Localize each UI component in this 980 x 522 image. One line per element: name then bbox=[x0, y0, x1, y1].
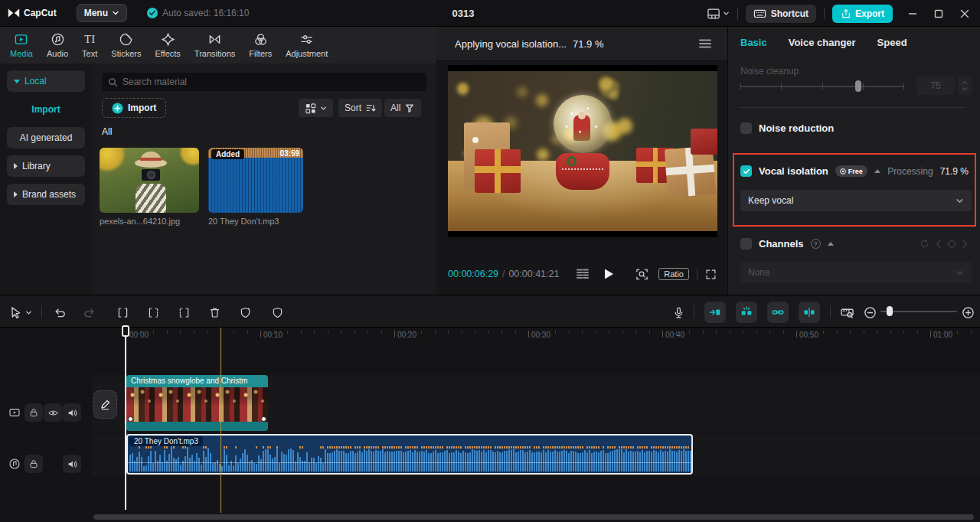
minimize-button[interactable] bbox=[908, 9, 917, 18]
split-keep-right-icon[interactable] bbox=[175, 303, 193, 321]
vocal-isolation-checkbox[interactable] bbox=[740, 165, 752, 177]
search-box[interactable] bbox=[102, 73, 426, 91]
close-button[interactable] bbox=[960, 9, 969, 18]
help-icon: ? bbox=[811, 239, 821, 249]
media-item-photo[interactable] bbox=[100, 148, 199, 213]
tab-filters[interactable]: Filters bbox=[242, 29, 279, 61]
noise-cleanup-slider-handle[interactable] bbox=[855, 80, 861, 92]
cover-edit-button[interactable] bbox=[93, 390, 117, 419]
keyframe-prev-icon[interactable] bbox=[935, 240, 942, 248]
keyframe-next-icon[interactable] bbox=[962, 240, 969, 248]
view-mode-dropdown[interactable] bbox=[299, 99, 333, 117]
shortcut-button[interactable]: Shortcut bbox=[746, 5, 816, 23]
video-visibility-icon[interactable] bbox=[44, 403, 62, 422]
undo-icon[interactable] bbox=[51, 303, 69, 321]
sunflower-decor bbox=[179, 148, 199, 166]
tab-speed[interactable]: Speed bbox=[877, 37, 907, 48]
sidebar-item-import[interactable]: Import bbox=[7, 99, 85, 120]
keyframe-add-icon[interactable] bbox=[947, 240, 956, 249]
auto-cut-icon[interactable] bbox=[736, 302, 757, 323]
zoom-out-icon[interactable] bbox=[861, 303, 879, 321]
select-tool-chevron[interactable] bbox=[23, 303, 34, 321]
chevron-down-icon bbox=[320, 105, 327, 112]
tab-basic[interactable]: Basic bbox=[740, 37, 767, 48]
tab-media[interactable]: Media bbox=[3, 29, 40, 61]
video-mute-icon[interactable] bbox=[63, 403, 81, 422]
sidebar-item-brand-assets[interactable]: Brand assets bbox=[7, 184, 85, 205]
project-title: 0313 bbox=[429, 8, 498, 19]
fullscreen-icon[interactable] bbox=[705, 269, 717, 280]
video-lock-icon[interactable] bbox=[24, 403, 43, 422]
channels-checkbox[interactable] bbox=[740, 238, 752, 250]
redo-icon[interactable] bbox=[80, 303, 98, 321]
collapse-icon[interactable] bbox=[828, 242, 834, 246]
preview-axis-icon[interactable] bbox=[838, 303, 856, 321]
tab-voice-changer[interactable]: Voice changer bbox=[789, 37, 856, 48]
sort-button[interactable]: Sort bbox=[338, 99, 382, 117]
sidebar-item-local[interactable]: Local bbox=[7, 70, 85, 92]
maximize-button[interactable] bbox=[934, 9, 943, 18]
clip-handle-right[interactable] bbox=[261, 416, 266, 422]
divider bbox=[41, 305, 42, 318]
noise-cleanup-stepper[interactable] bbox=[958, 77, 972, 95]
play-button[interactable] bbox=[603, 268, 615, 280]
select-tool-icon[interactable] bbox=[6, 303, 24, 321]
media-panel: Media Audio TI Text Stickers Effects Tra… bbox=[0, 27, 436, 295]
tab-transitions[interactable]: Transitions bbox=[188, 29, 242, 61]
tab-audio[interactable]: Audio bbox=[40, 29, 75, 61]
tab-text[interactable]: TI Text bbox=[75, 29, 104, 61]
shield-ai-icon[interactable] bbox=[236, 303, 254, 321]
media-item-label: pexels-an...64210.jpg bbox=[100, 217, 199, 226]
player-menu-icon[interactable] bbox=[698, 38, 712, 49]
tab-effects[interactable]: Effects bbox=[148, 29, 187, 61]
filter-all-button[interactable]: All bbox=[384, 99, 421, 117]
capcut-logo-icon bbox=[8, 8, 20, 18]
link-icon[interactable] bbox=[767, 302, 789, 323]
pages-icon[interactable] bbox=[576, 268, 590, 280]
chevron-down-icon bbox=[956, 197, 964, 205]
audio-waveform bbox=[129, 446, 690, 471]
channels-dropdown[interactable]: None bbox=[740, 262, 972, 283]
export-button[interactable]: Export bbox=[832, 5, 893, 23]
vocal-isolation-dropdown[interactable]: Keep vocal bbox=[740, 190, 972, 211]
noise-reduction-checkbox[interactable] bbox=[740, 122, 752, 134]
preview-quality-icon[interactable] bbox=[635, 268, 648, 281]
playhead-handle[interactable] bbox=[122, 325, 129, 337]
auto-snap-icon[interactable] bbox=[704, 302, 726, 323]
split-keep-left-icon[interactable] bbox=[144, 303, 162, 321]
tab-stickers[interactable]: Stickers bbox=[104, 29, 148, 61]
media-item-audio[interactable]: Added 03:59 bbox=[208, 148, 303, 213]
sidebar-item-ai-generated[interactable]: AI generated bbox=[7, 127, 85, 148]
collapse-icon[interactable] bbox=[874, 169, 880, 173]
layout-panels-icon[interactable] bbox=[707, 8, 730, 20]
timeline-horizontal-scrollbar[interactable] bbox=[93, 514, 974, 520]
timeline-zoom-handle[interactable] bbox=[887, 306, 893, 316]
audio-mute-icon[interactable] bbox=[63, 455, 81, 473]
delete-icon[interactable] bbox=[205, 303, 224, 321]
audio-lock-icon[interactable] bbox=[24, 455, 43, 473]
noise-cleanup-value[interactable]: 75 bbox=[916, 77, 955, 95]
sidebar-item-library[interactable]: Library bbox=[7, 155, 85, 177]
zoom-in-icon[interactable] bbox=[959, 303, 977, 321]
reset-icon[interactable] bbox=[920, 239, 929, 249]
snow-globe bbox=[548, 95, 617, 190]
volume-line[interactable] bbox=[128, 462, 691, 463]
search-input[interactable] bbox=[122, 77, 420, 87]
tab-adjustment[interactable]: Adjustment bbox=[279, 29, 335, 61]
video-track-icon bbox=[5, 403, 24, 422]
noise-reduction-row: Noise reduction bbox=[740, 122, 834, 134]
shield-icon[interactable] bbox=[268, 303, 286, 321]
noise-cleanup-slider[interactable] bbox=[740, 86, 904, 87]
timeline-ruler[interactable]: 00:0000:1000:2000:3000:4000:5001:00 bbox=[92, 328, 980, 344]
import-button[interactable]: Import bbox=[102, 98, 166, 118]
menu-button[interactable]: Menu bbox=[77, 4, 127, 22]
grid-view-icon bbox=[305, 103, 316, 114]
ratio-button[interactable]: Ratio bbox=[658, 268, 689, 280]
video-clip[interactable]: Christmas snowglobe and Christm bbox=[126, 375, 268, 431]
clip-handle-left[interactable] bbox=[128, 416, 133, 422]
audio-clip[interactable]: 20 They Don't.mp3 bbox=[126, 434, 693, 475]
split-icon[interactable] bbox=[113, 303, 132, 321]
record-voiceover-icon[interactable] bbox=[669, 303, 688, 321]
preview-video-frame[interactable] bbox=[448, 65, 717, 237]
mirror-split-icon[interactable] bbox=[799, 302, 820, 323]
